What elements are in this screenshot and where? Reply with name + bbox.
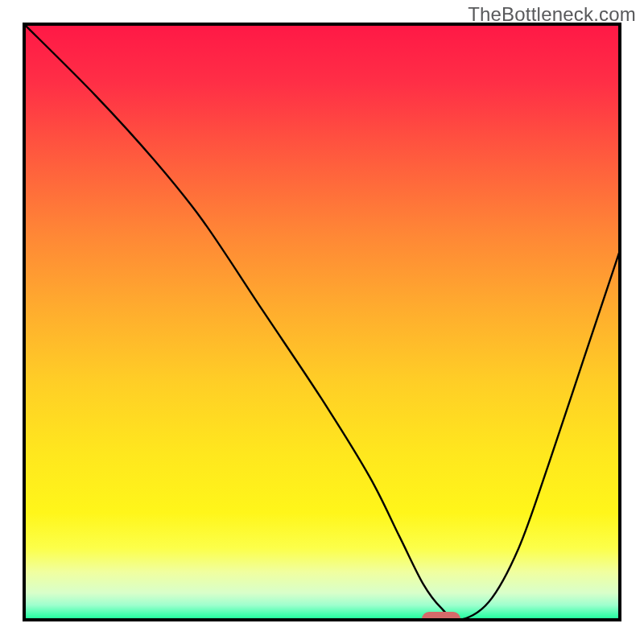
watermark-label: TheBottleneck.com <box>468 3 636 26</box>
chart-container: TheBottleneck.com <box>0 0 644 644</box>
bottleneck-chart <box>0 0 644 644</box>
